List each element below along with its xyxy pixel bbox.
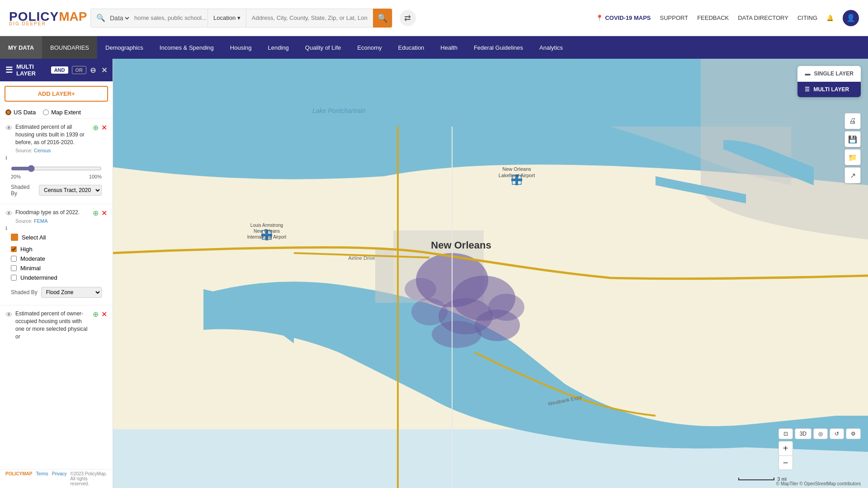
nav-my-data[interactable]: MY DATA <box>0 36 42 59</box>
layer-2-add-icon[interactable]: ⊕ <box>93 209 99 217</box>
layer-1-range-min[interactable] <box>11 165 102 172</box>
scale-line <box>738 478 774 480</box>
share-map-button[interactable]: ↗ <box>844 167 861 183</box>
us-data-radio[interactable] <box>5 109 11 115</box>
map-canvas: New Orleans New Orleans Lakefront Airpor… <box>113 59 868 488</box>
nav-education[interactable]: Education <box>390 36 433 59</box>
zoom-in-button[interactable]: + <box>778 441 793 455</box>
footer-privacy-link[interactable]: Privacy <box>52 471 67 486</box>
3d-button[interactable]: 3D <box>795 428 811 439</box>
layer-3-visibility-icon[interactable]: 👁 <box>5 311 13 319</box>
support-link[interactable]: SUPPORT <box>660 14 689 21</box>
undetermined-checkbox-label[interactable]: Undetermined <box>11 273 102 282</box>
nav-incomes-spending[interactable]: Incomes & Spending <box>151 36 222 59</box>
multi-layer-label: MULTI LAYER <box>16 63 47 77</box>
multi-layer-mode[interactable]: ☰ MULTI LAYER <box>797 82 861 97</box>
map-bottom-row: ⊡ 3D ◎ ↺ ⚙ <box>778 428 861 439</box>
layer-2-shaded-by-select[interactable]: Flood Zone <box>41 287 102 298</box>
nav-housing[interactable]: Housing <box>222 36 260 59</box>
svg-point-8 <box>488 294 524 321</box>
svg-text:New Orleans: New Orleans <box>254 229 280 234</box>
close-icon[interactable]: ✕ <box>101 66 107 75</box>
map-extent-radio-label[interactable]: Map Extent <box>43 109 81 116</box>
nav-analytics[interactable]: Analytics <box>531 36 571 59</box>
layer-3-remove-icon[interactable]: ✕ <box>101 310 107 319</box>
map-attribution: © MapTiler © OpenStreetMap contributors <box>776 481 861 486</box>
layer-3-add-icon[interactable]: ⊕ <box>93 310 99 319</box>
select-all-box-icon[interactable] <box>11 234 18 241</box>
location-button-map[interactable]: ◎ <box>813 428 828 439</box>
nav-federal-guidelines[interactable]: Federal Guidelines <box>466 36 531 59</box>
refresh-button[interactable]: ↺ <box>830 428 844 439</box>
logo-map: MAP <box>59 9 87 23</box>
download-button[interactable]: 💾 <box>844 131 861 147</box>
nav-quality-of-life[interactable]: Quality of Life <box>297 36 349 59</box>
nav-boundaries[interactable]: BOUNDARIES <box>42 36 97 59</box>
map-bottom-controls: ⊡ 3D ◎ ↺ ⚙ + − <box>778 428 861 470</box>
map-area[interactable]: New Orleans New Orleans Lakefront Airpor… <box>113 59 868 488</box>
svg-text:Airline Drive: Airline Drive <box>348 255 375 261</box>
flood-type-checkboxes: High Moderate Minimal Undetermined <box>5 243 107 284</box>
layer-3-section: 👁 Estimated percent of owner-occupied ho… <box>0 305 113 347</box>
share-tool-icon[interactable]: ⇄ <box>400 10 416 26</box>
print-button[interactable]: 🖨 <box>844 113 861 129</box>
covid-maps-link[interactable]: 📍 COVID-19 MAPS <box>596 14 651 21</box>
or-button[interactable]: OR <box>72 66 87 74</box>
nav-economy[interactable]: Economy <box>349 36 390 59</box>
location-button[interactable]: Location ▾ <box>208 9 246 27</box>
layer-1-info-icon[interactable]: ℹ <box>5 155 7 160</box>
data-type-select[interactable]: Data <box>108 14 131 22</box>
high-checkbox-label[interactable]: High <box>11 244 102 254</box>
data-directory-link[interactable]: DATA DIRECTORY <box>738 14 788 21</box>
notifications-icon[interactable]: 🔔 <box>826 14 834 21</box>
layer-2-remove-icon[interactable]: ✕ <box>101 209 107 217</box>
nav-health[interactable]: Health <box>432 36 466 59</box>
layer-2-source-link[interactable]: FEMA <box>34 218 48 224</box>
us-data-radio-label[interactable]: US Data <box>5 109 36 116</box>
layer-1-visibility-icon[interactable]: 👁 <box>5 124 13 132</box>
and-button[interactable]: AND <box>51 66 68 74</box>
search-input[interactable] <box>134 14 207 21</box>
navbar: MY DATA BOUNDARIES Demographics Incomes … <box>0 36 868 59</box>
nav-lending[interactable]: Lending <box>260 36 297 59</box>
user-avatar[interactable]: 👤 <box>843 10 859 26</box>
layer-1-remove-icon[interactable]: ✕ <box>101 123 107 132</box>
moderate-checkbox[interactable] <box>11 256 17 262</box>
svg-text:New Orleans: New Orleans <box>431 239 491 251</box>
layer-2-info-icon[interactable]: ℹ <box>5 225 7 231</box>
minimal-checkbox-label[interactable]: Minimal <box>11 263 102 273</box>
sidebar-header: ☰ MULTI LAYER AND OR ⊖ ✕ <box>0 59 113 81</box>
moderate-checkbox-label[interactable]: Moderate <box>11 254 102 263</box>
sidebar-scroll[interactable]: ADD LAYER+ US Data Map Extent 👁 Estimate… <box>0 81 113 488</box>
search-submit-button[interactable]: 🔍 <box>373 9 392 28</box>
layer-2-controls: 👁 Floodmap type as of 2022. Source: FEMA… <box>5 209 107 224</box>
header-right: 📍 COVID-19 MAPS SUPPORT FEEDBACK DATA DI… <box>596 10 859 26</box>
high-checkbox[interactable] <box>11 246 17 252</box>
svg-text:Lake Pontchartrain: Lake Pontchartrain <box>312 107 366 114</box>
zoom-controls: + − <box>778 441 861 470</box>
map-extent-radio[interactable] <box>43 109 49 115</box>
map-tools-button[interactable]: 📁 <box>844 149 861 165</box>
layer-1-add-icon[interactable]: ⊕ <box>93 123 99 132</box>
zoom-out-button[interactable]: − <box>778 455 793 470</box>
citing-link[interactable]: CITING <box>797 14 817 21</box>
layer-2-visibility-icon[interactable]: 👁 <box>5 210 13 218</box>
layer-1-shaded-by: Shaded By Census Tract, 2020 <box>5 181 107 199</box>
select-tool-button[interactable]: ⊡ <box>778 428 793 439</box>
footer-terms-link[interactable]: Terms <box>36 471 48 486</box>
layer-2-shaded-by: Shaded By Flood Zone <box>5 284 107 300</box>
layer-1-shaded-by-select[interactable]: Census Tract, 2020 <box>39 185 102 196</box>
add-layer-button[interactable]: ADD LAYER+ <box>5 86 108 102</box>
single-layer-mode[interactable]: ▬ SINGLE LAYER <box>797 66 861 82</box>
feedback-link[interactable]: FEEDBACK <box>697 14 729 21</box>
location-input[interactable] <box>246 9 373 27</box>
settings-button[interactable]: ⚙ <box>846 428 861 439</box>
map-right-controls: 🖨 💾 📁 ↗ <box>844 113 861 183</box>
select-all-label[interactable]: Select All <box>22 234 46 241</box>
minimize-icon[interactable]: ⊖ <box>90 66 96 75</box>
layer-1-source-link[interactable]: Census <box>34 148 51 153</box>
minimal-checkbox[interactable] <box>11 265 17 271</box>
sidebar: ☰ MULTI LAYER AND OR ⊖ ✕ ADD LAYER+ US D… <box>0 59 113 488</box>
undetermined-checkbox[interactable] <box>11 275 17 281</box>
nav-demographics[interactable]: Demographics <box>97 36 151 59</box>
